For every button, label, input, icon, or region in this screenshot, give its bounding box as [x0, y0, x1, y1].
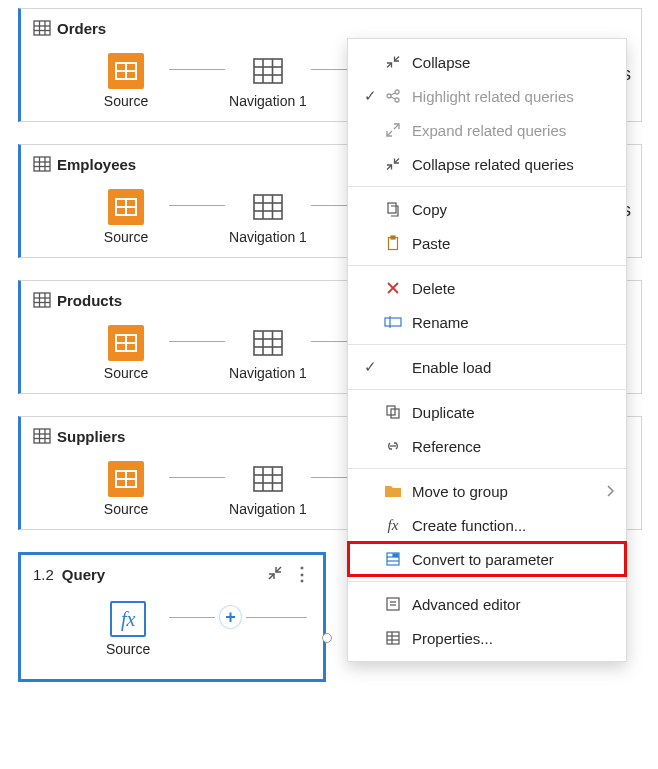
card-header: Orders: [33, 19, 627, 37]
card-title: Suppliers: [57, 428, 125, 445]
step-source[interactable]: Source: [85, 325, 167, 381]
menu-item-expand-related[interactable]: Expand related queries: [348, 113, 626, 147]
end-node[interactable]: [322, 633, 332, 643]
menu-item-enable-load[interactable]: ✓ Enable load: [348, 350, 626, 384]
menu-item-move-to-group[interactable]: Move to group: [348, 474, 626, 508]
connector: [169, 617, 215, 618]
connector: [169, 477, 225, 478]
step-navigation[interactable]: Navigation 1: [227, 53, 309, 109]
share-icon: [382, 85, 404, 107]
separator: [348, 581, 626, 582]
menu-item-collapse-related[interactable]: Collapse related queries: [348, 147, 626, 181]
check-icon: ✓: [358, 87, 382, 105]
table-icon: [33, 19, 51, 37]
folder-icon: [382, 480, 404, 502]
menu-item-paste[interactable]: Paste: [348, 226, 626, 260]
svg-point-41: [395, 90, 399, 94]
svg-line-44: [391, 97, 396, 99]
menu-item-advanced-editor[interactable]: Advanced editor: [348, 587, 626, 621]
properties-icon: [382, 627, 404, 649]
menu-item-highlight-related[interactable]: ✓ Highlight related queries: [348, 79, 626, 113]
query-card-selected[interactable]: 1.2 Query ⋮ fx Source +: [18, 552, 326, 682]
table-icon: [33, 427, 51, 445]
svg-rect-5: [254, 59, 282, 83]
step-row: fx Source +: [33, 597, 309, 661]
datasource-icon: [108, 325, 144, 361]
datasource-icon: [108, 189, 144, 225]
table-step-icon: [250, 461, 286, 497]
svg-rect-35: [254, 467, 282, 491]
svg-rect-10: [34, 157, 50, 171]
separator: [348, 389, 626, 390]
connector: [169, 205, 225, 206]
duplicate-icon: [382, 401, 404, 423]
svg-rect-15: [254, 195, 282, 219]
svg-rect-62: [387, 632, 399, 644]
menu-item-delete[interactable]: Delete: [348, 271, 626, 305]
step-source[interactable]: fx Source: [89, 601, 167, 657]
svg-rect-50: [385, 318, 401, 326]
more-icon[interactable]: ⋮: [293, 563, 309, 585]
collapse-related-icon: [382, 153, 404, 175]
menu-item-properties[interactable]: Properties...: [348, 621, 626, 655]
card-title: Products: [57, 292, 122, 309]
svg-rect-45: [388, 203, 396, 213]
menu-item-duplicate[interactable]: Duplicate: [348, 395, 626, 429]
svg-rect-0: [34, 21, 50, 35]
svg-point-42: [395, 98, 399, 102]
step-navigation[interactable]: Navigation 1: [227, 325, 309, 381]
collapse-icon[interactable]: [267, 565, 283, 584]
svg-rect-20: [34, 293, 50, 307]
card-title: Employees: [57, 156, 136, 173]
connector: [169, 69, 225, 70]
blank-icon: [382, 356, 404, 378]
separator: [348, 265, 626, 266]
rename-icon: [382, 311, 404, 333]
table-step-icon: [250, 325, 286, 361]
card-header: 1.2 Query ⋮: [33, 563, 309, 585]
connector: [246, 617, 307, 618]
context-menu: Collapse ✓ Highlight related queries Exp…: [347, 38, 627, 662]
card-title: Orders: [57, 20, 106, 37]
svg-rect-59: [387, 598, 399, 610]
step-navigation[interactable]: Navigation 1: [227, 461, 309, 517]
table-step-icon: [250, 53, 286, 89]
menu-item-collapse[interactable]: Collapse: [348, 45, 626, 79]
connector: [169, 341, 225, 342]
query-number: 1.2: [33, 566, 54, 583]
svg-rect-47: [391, 236, 395, 239]
card-title: Query: [62, 566, 105, 583]
function-icon: fx: [382, 514, 404, 536]
step-navigation[interactable]: Navigation 1: [227, 189, 309, 245]
editor-icon: [382, 593, 404, 615]
menu-item-reference[interactable]: Reference: [348, 429, 626, 463]
separator: [348, 186, 626, 187]
add-step-button[interactable]: +: [219, 605, 242, 629]
step-source[interactable]: Source: [85, 53, 167, 109]
expand-icon: [382, 119, 404, 141]
separator: [348, 468, 626, 469]
svg-rect-58: [393, 554, 398, 557]
reference-icon: [382, 435, 404, 457]
menu-item-convert-to-parameter[interactable]: Convert to parameter: [348, 542, 626, 576]
step-source[interactable]: Source: [85, 189, 167, 245]
parameter-icon: [382, 548, 404, 570]
svg-point-40: [387, 94, 391, 98]
separator: [348, 344, 626, 345]
copy-icon: [382, 198, 404, 220]
paste-icon: [382, 232, 404, 254]
menu-item-rename[interactable]: Rename: [348, 305, 626, 339]
table-icon: [33, 155, 51, 173]
datasource-icon: [108, 461, 144, 497]
datasource-icon: [108, 53, 144, 89]
chevron-right-icon: [606, 483, 614, 500]
delete-icon: [382, 277, 404, 299]
fx-icon: fx: [110, 601, 146, 637]
table-icon: [33, 291, 51, 309]
step-source[interactable]: Source: [85, 461, 167, 517]
menu-item-copy[interactable]: Copy: [348, 192, 626, 226]
svg-line-43: [391, 93, 396, 95]
check-icon: ✓: [358, 358, 382, 376]
menu-item-create-function[interactable]: fx Create function...: [348, 508, 626, 542]
table-step-icon: [250, 189, 286, 225]
